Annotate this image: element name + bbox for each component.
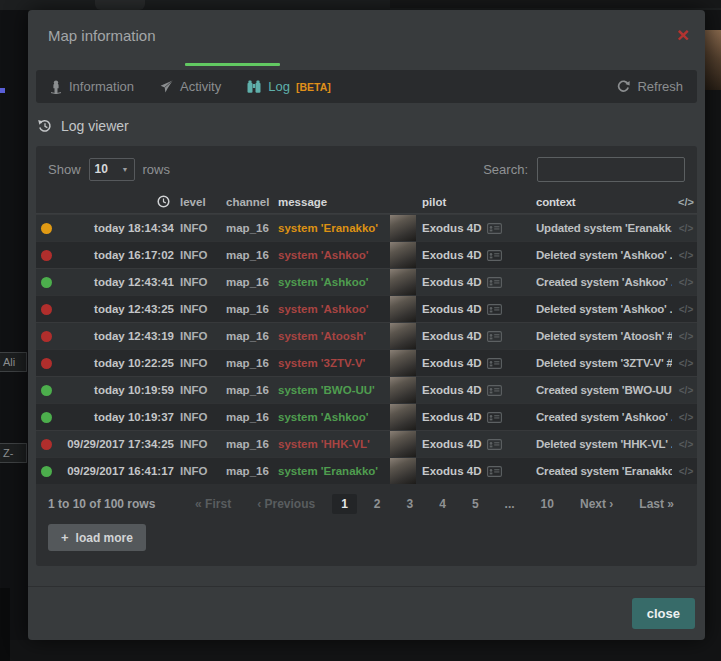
log-channel: map_16 (226, 465, 274, 477)
refresh-button[interactable]: Refresh (617, 79, 683, 94)
previous-page-button[interactable]: ‹ Previous (248, 494, 324, 514)
page-button[interactable]: 10 (532, 494, 563, 514)
first-page-button[interactable]: « First (186, 494, 240, 514)
code-icon[interactable]: </> (674, 331, 697, 342)
table-controls: Show 10 ▼ rows Search: (36, 156, 697, 182)
message-column-header[interactable]: message (278, 196, 390, 208)
table-row[interactable]: 09/29/2017 17:34:25 INFO map_16 system '… (36, 430, 697, 457)
tab-information[interactable]: Information (50, 79, 134, 94)
background-system-label: Ali (0, 352, 27, 372)
log-level: INFO (180, 357, 222, 369)
channel-column-header[interactable]: channel (226, 196, 274, 208)
context-column-header[interactable]: context (536, 196, 672, 208)
tab-label: Log (268, 79, 290, 94)
log-level: INFO (180, 303, 222, 315)
search-input[interactable] (537, 157, 685, 182)
refresh-label: Refresh (637, 79, 683, 94)
close-icon[interactable]: × (677, 27, 689, 43)
status-dot-icon (41, 223, 52, 234)
status-dot-icon (41, 439, 52, 450)
log-context: Created system 'Ashkoo' ... (536, 276, 672, 288)
load-more-button[interactable]: + load more (48, 524, 146, 551)
pilot-name: Exodus 4D (422, 384, 481, 396)
next-page-button[interactable]: Next › (571, 494, 622, 514)
page-button[interactable]: 4 (430, 494, 455, 514)
log-time: today 12:43:19 (56, 330, 174, 342)
log-channel: map_16 (226, 249, 274, 261)
log-context: Created system 'BWO-UU'... (536, 384, 672, 396)
log-channel: map_16 (226, 357, 274, 369)
page-size-select[interactable]: 10 ▼ (89, 158, 135, 181)
log-channel: map_16 (226, 303, 274, 315)
pilot-avatar (390, 377, 416, 403)
log-level: INFO (180, 249, 222, 261)
log-level: INFO (180, 438, 222, 450)
id-card-icon (487, 223, 502, 234)
log-time: today 10:19:59 (56, 384, 174, 396)
page-button[interactable]: 5 (463, 494, 488, 514)
tab-bar: Information Activity Log [BETA] (36, 70, 697, 103)
plus-icon: + (61, 530, 69, 545)
id-card-icon (487, 358, 502, 369)
id-card-icon (487, 277, 502, 288)
log-context: Deleted system 'Atoosh' #... (536, 330, 672, 342)
id-card-icon (487, 250, 502, 261)
table-row[interactable]: today 12:43:25 INFO map_16 system 'Ashko… (36, 295, 697, 322)
table-row[interactable]: today 18:14:34 INFO map_16 system 'Erana… (36, 214, 697, 241)
pagination-info: 1 to 10 of 100 rows (48, 497, 155, 511)
pilot-column-header[interactable]: pilot (390, 196, 532, 208)
log-message: system 'HHK-VL' (278, 438, 390, 450)
log-context: Created system 'Eranakko... (536, 465, 672, 477)
load-more-label: load more (76, 531, 133, 545)
code-icon[interactable]: </> (674, 385, 697, 396)
log-message: system 'Ashkoo' (278, 249, 390, 261)
background-top-blob (95, 0, 145, 10)
close-button[interactable]: close (632, 598, 695, 629)
table-row[interactable]: today 10:19:37 INFO map_16 system 'Ashko… (36, 403, 697, 430)
log-context: Deleted system 'HHK-VL' ... (536, 438, 672, 450)
last-page-button[interactable]: Last » (630, 494, 683, 514)
pagination-items: « First ‹ Previous 12345...10 Next › Las… (186, 494, 683, 514)
tab-label: Activity (180, 79, 221, 94)
code-icon[interactable]: </> (674, 439, 697, 450)
code-icon[interactable]: </> (674, 223, 697, 234)
binoculars-icon (247, 80, 261, 93)
tab-log[interactable]: Log [BETA] (247, 79, 331, 94)
page-button[interactable]: 2 (365, 494, 390, 514)
id-card-icon (487, 331, 502, 342)
page-ellipsis[interactable]: ... (496, 494, 524, 514)
street-view-icon (50, 80, 62, 94)
history-icon (38, 119, 52, 133)
table-row[interactable]: today 16:17:02 INFO map_16 system 'Ashko… (36, 241, 697, 268)
table-row[interactable]: today 12:43:19 INFO map_16 system 'Atoos… (36, 322, 697, 349)
pilot-name: Exodus 4D (422, 411, 481, 423)
page-button[interactable]: 3 (398, 494, 423, 514)
code-icon[interactable]: </> (674, 277, 697, 288)
table-row[interactable]: 09/29/2017 16:41:17 INFO map_16 system '… (36, 457, 697, 484)
time-column-header[interactable] (56, 195, 174, 208)
refresh-icon (617, 80, 630, 93)
table-row[interactable]: today 12:43:41 INFO map_16 system 'Ashko… (36, 268, 697, 295)
pilot-name: Exodus 4D (422, 465, 481, 477)
pilot-avatar (390, 431, 416, 457)
code-icon[interactable]: </> (674, 412, 697, 423)
code-icon[interactable]: </> (674, 358, 697, 369)
status-dot-icon (41, 304, 52, 315)
table-row[interactable]: today 10:22:25 INFO map_16 system '3ZTV-… (36, 349, 697, 376)
code-icon[interactable]: </> (674, 466, 697, 477)
code-column-header[interactable]: </> (674, 196, 697, 208)
section-title: Log viewer (61, 118, 129, 134)
rows-label: rows (143, 162, 170, 177)
code-icon[interactable]: </> (674, 250, 697, 261)
pilot-name: Exodus 4D (422, 330, 481, 342)
log-message: system 'BWO-UU' (278, 384, 390, 396)
page-button[interactable]: 1 (332, 494, 357, 514)
log-context: Deleted system 'Ashkoo' ... (536, 249, 672, 261)
code-icon[interactable]: </> (674, 304, 697, 315)
table-row[interactable]: today 10:19:59 INFO map_16 system 'BWO-U… (36, 376, 697, 403)
tab-activity[interactable]: Activity (160, 79, 221, 94)
pilot-name: Exodus 4D (422, 249, 481, 261)
status-dot-icon (41, 250, 52, 261)
level-column-header[interactable]: level (180, 196, 222, 208)
log-context: Created system 'Ashkoo' ... (536, 411, 672, 423)
